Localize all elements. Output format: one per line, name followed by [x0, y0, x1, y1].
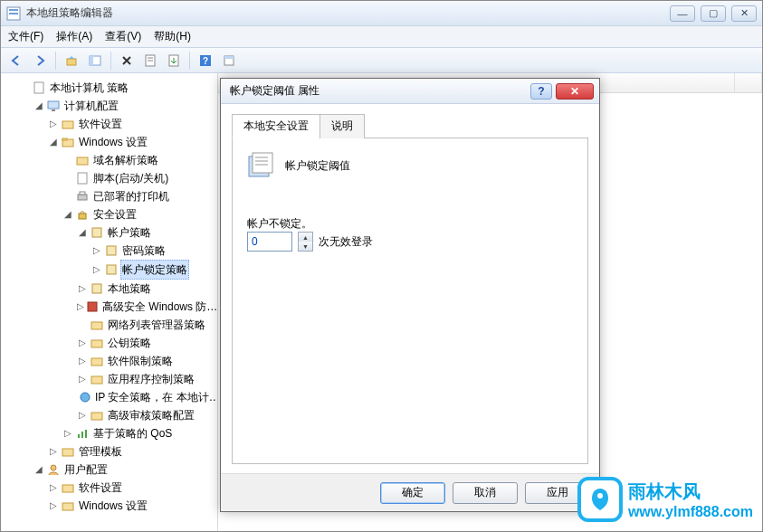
maximize-button[interactable]: ▢	[701, 5, 726, 22]
close-button[interactable]: ✕	[731, 5, 757, 22]
tree-netlist[interactable]: 网络列表管理器策略	[77, 316, 214, 334]
expand-icon[interactable]: ▷	[91, 242, 102, 260]
svg-rect-23	[80, 192, 85, 195]
tree-user-windows[interactable]: ▷Windows 设置	[48, 497, 214, 515]
expand-icon[interactable]: ▷	[48, 115, 59, 133]
collapse-icon[interactable]: ◢	[77, 223, 88, 242]
dialog-title-bar[interactable]: 帐户锁定阈值 属性 ? ✕	[221, 79, 599, 104]
svg-rect-21	[78, 173, 87, 184]
tree-user-software[interactable]: ▷软件设置	[48, 479, 214, 497]
expand-icon[interactable]: ▷	[62, 424, 73, 442]
tree-pane[interactable]: 本地计算机 策略 ◢ 计算机配置 ▷软件设置	[1, 73, 218, 531]
help-icon[interactable]: ?	[196, 51, 215, 71]
tree-software-restriction[interactable]: ▷软件限制策略	[77, 352, 214, 370]
svg-rect-35	[91, 413, 102, 420]
menu-action[interactable]: 操作(A)	[56, 29, 92, 44]
tree-advanced-audit[interactable]: ▷高级审核策略配置	[77, 406, 214, 424]
user-icon	[46, 462, 61, 477]
expand-icon[interactable]: ▷	[48, 497, 59, 515]
menu-bar: 文件(F) 操作(A) 查看(V) 帮助(H)	[1, 26, 762, 48]
expand-icon[interactable]: ▷	[77, 352, 88, 370]
spinner-buttons[interactable]: ▲ ▼	[298, 232, 313, 252]
tree-lockout-policy[interactable]: ▷帐户锁定策略	[91, 260, 214, 280]
tree-admin-templates[interactable]: ▷管理模板	[48, 442, 214, 461]
collapse-icon[interactable]: ◢	[62, 205, 73, 223]
expand-icon[interactable]: ▷	[77, 406, 88, 424]
policy-icon	[104, 243, 119, 258]
tree-password-policy[interactable]: ▷密码策略	[91, 242, 214, 260]
expand-icon[interactable]: ▷	[77, 280, 88, 298]
watermark-logo-icon	[577, 477, 623, 522]
properties-icon[interactable]	[140, 51, 160, 71]
tree-local-policy[interactable]: ▷本地策略	[77, 280, 214, 298]
dialog-close-button[interactable]: ✕	[556, 83, 594, 100]
spinner-up-icon[interactable]: ▲	[299, 233, 312, 242]
qos-icon	[75, 426, 90, 441]
tree-scripts[interactable]: 脚本(启动/关机)	[62, 169, 214, 187]
properties-dialog: 帐户锁定阈值 属性 ? ✕ 本地安全设置 说明 帐户锁定阈值 帐户不锁定。	[220, 78, 600, 512]
folder-icon	[90, 336, 104, 350]
filter-icon[interactable]	[219, 51, 239, 71]
policy-large-icon	[247, 151, 276, 180]
tree-security-settings[interactable]: ◢安全设置	[62, 205, 214, 223]
tree-root[interactable]: 本地计算机 策略	[19, 79, 214, 97]
tree-account-policy[interactable]: ◢帐户策略	[77, 223, 214, 242]
svg-rect-28	[92, 284, 101, 293]
tab-description[interactable]: 说明	[320, 114, 365, 138]
svg-rect-16	[52, 109, 55, 111]
main-window: 本地组策略编辑器 — ▢ ✕ 文件(F) 操作(A) 查看(V) 帮助(H) ?	[0, 0, 763, 532]
expand-icon[interactable]: ▷	[91, 261, 102, 279]
export-icon[interactable]	[164, 51, 184, 71]
svg-point-34	[81, 393, 90, 402]
folder-icon	[61, 117, 75, 131]
tree-pubkey[interactable]: ▷公钥策略	[77, 334, 214, 352]
document-icon	[32, 81, 46, 95]
tree-appcontrol[interactable]: ▷应用程序控制策略	[77, 370, 214, 388]
minimize-button[interactable]: —	[670, 5, 695, 22]
cancel-button[interactable]: 取消	[453, 482, 518, 504]
collapse-icon[interactable]: ◢	[48, 133, 59, 151]
script-icon	[75, 171, 90, 185]
tree-software-settings[interactable]: ▷软件设置	[48, 115, 214, 133]
show-hide-tree-icon[interactable]	[85, 51, 105, 71]
tree-ipsec[interactable]: IP 安全策略，在 本地计…	[77, 388, 214, 406]
svg-rect-2	[9, 13, 18, 14]
svg-rect-27	[107, 265, 116, 274]
tree-windows-settings[interactable]: ◢Windows 设置	[48, 133, 214, 151]
svg-rect-44	[253, 153, 272, 173]
tree-dns-policy[interactable]: 域名解析策略	[62, 151, 214, 169]
svg-rect-15	[48, 101, 59, 109]
up-icon[interactable]	[62, 51, 81, 71]
tree-advanced-firewall[interactable]: ▷高级安全 Windows 防…	[77, 298, 214, 316]
menu-view[interactable]: 查看(V)	[105, 29, 141, 44]
forward-icon[interactable]	[30, 51, 50, 71]
tree-user-config[interactable]: ◢用户配置	[33, 461, 214, 479]
expand-icon[interactable]: ▷	[77, 298, 84, 316]
firewall-icon	[86, 299, 99, 314]
svg-rect-3	[67, 59, 76, 65]
ipsec-icon	[79, 390, 91, 404]
spinner-down-icon[interactable]: ▼	[299, 242, 312, 251]
menu-help[interactable]: 帮助(H)	[154, 29, 191, 44]
expand-icon[interactable]: ▷	[77, 334, 88, 352]
delete-icon[interactable]	[117, 51, 137, 71]
threshold-input[interactable]	[247, 232, 292, 252]
expand-icon[interactable]: ▷	[77, 370, 88, 388]
tab-local-security[interactable]: 本地安全设置	[232, 114, 320, 138]
expand-icon[interactable]: ▷	[48, 479, 59, 497]
tree-computer-config[interactable]: ◢ 计算机配置	[33, 97, 214, 115]
tree-qos[interactable]: ▷基于策略的 QoS	[62, 424, 214, 442]
menu-file[interactable]: 文件(F)	[8, 29, 43, 44]
folder-icon	[90, 354, 104, 368]
dialog-help-button[interactable]: ?	[530, 83, 552, 100]
svg-point-48	[597, 493, 603, 499]
collapse-icon[interactable]: ◢	[33, 461, 44, 479]
watermark-text: 雨林木风	[628, 480, 753, 504]
ok-button[interactable]: 确定	[380, 482, 445, 504]
svg-rect-32	[91, 358, 102, 366]
svg-rect-13	[224, 56, 234, 59]
back-icon[interactable]	[6, 51, 26, 71]
expand-icon[interactable]: ▷	[48, 442, 59, 461]
collapse-icon[interactable]: ◢	[33, 97, 44, 115]
tree-printers[interactable]: 已部署的打印机	[62, 187, 214, 205]
